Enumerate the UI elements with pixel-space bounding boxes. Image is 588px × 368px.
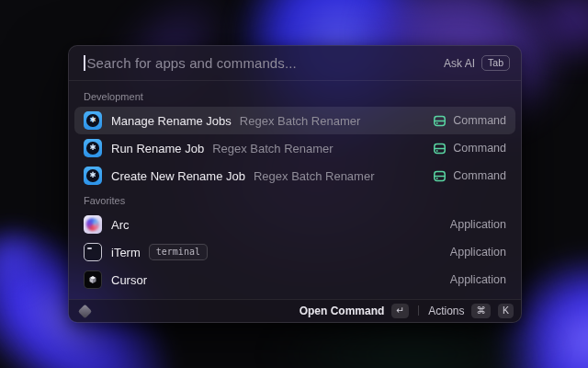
- action-bar: Open Command ↵ Actions ⌘ K: [69, 299, 521, 322]
- enter-key-icon: ↵: [391, 304, 409, 319]
- command-terminal-icon: [433, 169, 447, 183]
- open-command-button[interactable]: Open Command: [300, 305, 385, 317]
- command-terminal-icon: [433, 142, 447, 155]
- list-item-manage-rename-jobs[interactable]: ✱ Manage Rename Jobs Regex Batch Renamer…: [74, 107, 515, 134]
- item-type-label: Command: [453, 114, 506, 127]
- results-list: Development ✱ Manage Rename Jobs Regex B…: [69, 81, 521, 299]
- arc-app-icon: [84, 215, 102, 234]
- footer-divider: [418, 305, 419, 316]
- item-type-label: Command: [453, 169, 506, 182]
- regex-batch-renamer-icon: ✱: [84, 111, 102, 130]
- item-title: Run Rename Job: [111, 142, 204, 155]
- item-keyword-tag: terminal: [149, 244, 208, 260]
- desktop-background: Search for apps and commands... Ask AI T…: [0, 0, 588, 368]
- list-item-arc[interactable]: Arc Application: [74, 211, 515, 238]
- background-shape: [514, 0, 588, 69]
- item-title: Manage Rename Jobs: [111, 114, 232, 128]
- list-item-cursor[interactable]: Cursor Application: [74, 266, 515, 293]
- item-title: Cursor: [111, 273, 147, 287]
- actions-button[interactable]: Actions: [428, 305, 464, 317]
- k-key-icon: K: [498, 304, 514, 319]
- search-placeholder: Search for apps and commands...: [87, 55, 297, 71]
- text-caret: [84, 55, 85, 71]
- item-subtitle: Regex Batch Renamer: [254, 169, 375, 183]
- list-item-run-rename-job[interactable]: ✱ Run Rename Job Regex Batch Renamer Com…: [74, 134, 515, 162]
- ask-ai-button[interactable]: Ask AI Tab: [444, 55, 510, 72]
- item-title: Create New Rename Job: [111, 169, 245, 183]
- item-type-label: Application: [450, 273, 506, 286]
- iterm-app-icon: [84, 243, 102, 261]
- item-subtitle: Regex Batch Renamer: [212, 142, 334, 155]
- item-type-label: Application: [450, 218, 506, 231]
- section-header-favorites: Favorites: [74, 190, 515, 211]
- regex-batch-renamer-icon: ✱: [84, 139, 102, 157]
- list-item-create-new-rename-job[interactable]: ✱ Create New Rename Job Regex Batch Rena…: [74, 162, 515, 190]
- ask-ai-label: Ask AI: [444, 57, 475, 70]
- item-title: iTerm: [111, 246, 141, 259]
- regex-batch-renamer-icon: ✱: [84, 167, 102, 185]
- command-terminal-icon: [433, 114, 447, 128]
- item-subtitle: Regex Batch Renamer: [240, 114, 361, 128]
- raycast-launcher-window: Search for apps and commands... Ask AI T…: [68, 45, 522, 323]
- item-type-label: Application: [450, 246, 506, 259]
- item-type-label: Command: [453, 142, 506, 155]
- item-title: Arc: [111, 218, 130, 232]
- raycast-logo-icon: [78, 304, 93, 318]
- search-input[interactable]: Search for apps and commands... Ask AI T…: [69, 46, 521, 81]
- tab-key-badge: Tab: [481, 55, 510, 72]
- cursor-app-icon: [84, 270, 102, 289]
- section-header-development: Development: [74, 86, 515, 107]
- list-item-iterm[interactable]: iTerm terminal Application: [74, 238, 515, 266]
- background-shape: [0, 225, 51, 299]
- command-key-icon: ⌘: [471, 304, 491, 319]
